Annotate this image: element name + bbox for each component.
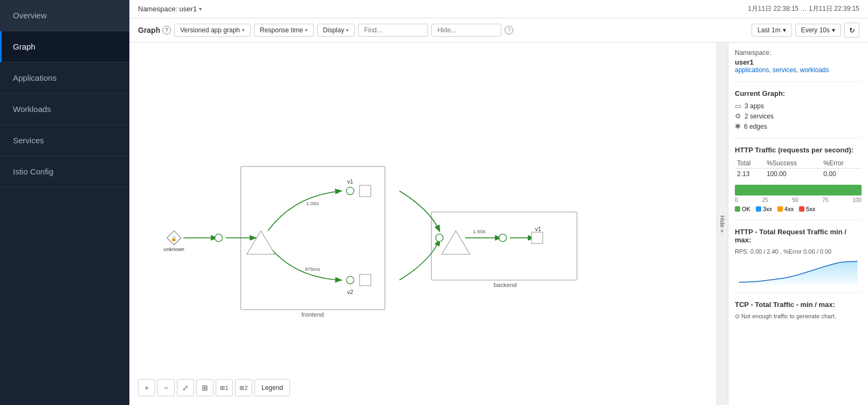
fit-icon: ⤢ bbox=[182, 383, 189, 392]
timestamp: 1月11日 22:38:15 … 1月11日 22:39:15 bbox=[748, 4, 859, 13]
svg-text:frontend: frontend bbox=[301, 311, 324, 318]
apps-count-item: ▭ 3 apps bbox=[735, 102, 862, 110]
legend-3xx: 3xx bbox=[756, 206, 772, 212]
graph-section-title: Graph ? bbox=[138, 26, 171, 34]
http-total-section: HTTP - Total Request Traffic min / max: … bbox=[735, 228, 862, 293]
time-range-dropdown[interactable]: Last 1m ▾ bbox=[752, 24, 792, 37]
refresh-button[interactable]: ↻ bbox=[844, 23, 859, 38]
graph-type-dropdown[interactable]: Versioned app graph ▾ bbox=[174, 24, 251, 37]
graph-type-chevron-icon: ▾ bbox=[242, 27, 245, 33]
refresh-rate-chevron-icon: ▾ bbox=[832, 26, 835, 34]
legend-ok-color bbox=[735, 206, 740, 212]
display-chevron-icon: ▾ bbox=[346, 27, 349, 33]
apps-count: 3 apps bbox=[745, 102, 764, 110]
svg-rect-25 bbox=[532, 232, 543, 243]
namespace-section-label: Namespace: bbox=[735, 49, 862, 57]
svg-text:v2: v2 bbox=[347, 289, 353, 295]
edges-count: 6 edges bbox=[744, 123, 767, 130]
services-icon: ⚙ bbox=[735, 112, 741, 120]
services-count-item: ⚙ 2 services bbox=[735, 112, 862, 120]
find-input[interactable] bbox=[358, 24, 428, 37]
http-traffic-title: HTTP Traffic (requests per second): bbox=[735, 146, 862, 154]
zoom-in-button[interactable]: + bbox=[138, 379, 155, 396]
sidebar-overview-label: Overview bbox=[13, 11, 47, 20]
toolbar: Graph ? Versioned app graph ▾ Response t… bbox=[129, 18, 868, 43]
services-count: 2 services bbox=[745, 113, 774, 120]
tcp-section: TCP - Total Traffic - min / max: ⊙ Not e… bbox=[735, 301, 862, 327]
refresh-rate-dropdown[interactable]: Every 10s ▾ bbox=[795, 24, 841, 37]
legend-3xx-color bbox=[756, 206, 761, 212]
sidebar-item-workloads[interactable]: Workloads bbox=[0, 94, 129, 125]
display-dropdown[interactable]: Display ▾ bbox=[317, 24, 355, 37]
namespace-button-1[interactable]: ⊞1 bbox=[216, 379, 233, 396]
legend-4xx-color bbox=[777, 206, 783, 212]
graph-area: frontend backend bbox=[129, 43, 868, 405]
side-panel: Namespace: user1 applications, services,… bbox=[728, 43, 868, 405]
tcp-title: TCP - Total Traffic - min / max: bbox=[735, 301, 862, 309]
namespace-section: Namespace: user1 applications, services,… bbox=[735, 49, 862, 82]
svg-text:v1: v1 bbox=[535, 226, 541, 232]
bar-axis: 0 25 50 75 100 bbox=[735, 197, 862, 203]
sidebar-graph-label: Graph bbox=[13, 42, 36, 51]
edge-label-chevron-icon: ▾ bbox=[305, 27, 308, 33]
graph-svg: frontend backend bbox=[129, 43, 717, 405]
fit-button[interactable]: ⤢ bbox=[177, 379, 194, 396]
namespace-2-icon: ⊞2 bbox=[239, 385, 247, 392]
toolbar-right: Last 1m ▾ Every 10s ▾ ↻ bbox=[752, 23, 859, 38]
sidebar-item-graph[interactable]: Graph bbox=[0, 31, 129, 62]
sidebar-item-istio-config[interactable]: Istio Config bbox=[0, 156, 129, 187]
current-graph-section: Current Graph: ▭ 3 apps ⚙ 2 services ✱ 6… bbox=[735, 89, 862, 138]
graph-help-icon[interactable]: ? bbox=[162, 26, 171, 34]
tcp-value: ⊙ Not enough traffic to generate chart. bbox=[735, 313, 862, 320]
svg-point-21 bbox=[436, 234, 443, 242]
legend-ok: OK bbox=[735, 206, 750, 212]
sidebar-applications-label: Applications bbox=[13, 73, 57, 82]
sidebar-item-services[interactable]: Services bbox=[0, 125, 129, 156]
svg-marker-22 bbox=[442, 231, 470, 255]
http-bar-chart: 0 25 50 75 100 OK bbox=[735, 185, 862, 212]
svg-text:unknown: unknown bbox=[164, 246, 184, 252]
http-col-total: Total bbox=[735, 158, 764, 169]
legend-button[interactable]: Legend bbox=[254, 379, 290, 396]
zoom-out-button[interactable]: − bbox=[157, 379, 175, 396]
svg-rect-18 bbox=[360, 275, 371, 286]
side-panel-inner: Namespace: user1 applications, services,… bbox=[728, 43, 868, 405]
bottom-toolbar: + − ⤢ ⊞ ⊞1 ⊞2 Legend bbox=[138, 379, 290, 396]
layout-icon: ⊞ bbox=[202, 383, 208, 392]
filter-help-icon[interactable]: ? bbox=[505, 26, 513, 34]
graph-title-text: Graph bbox=[138, 26, 160, 34]
time-range-chevron-icon: ▾ bbox=[783, 26, 786, 34]
sidebar-item-overview[interactable]: Overview bbox=[0, 0, 129, 31]
edge-label-dropdown[interactable]: Response time ▾ bbox=[254, 24, 314, 37]
toolbar-left: Graph ? Versioned app graph ▾ Response t… bbox=[138, 24, 747, 37]
bar-legend: OK 3xx 4xx bbox=[735, 206, 862, 212]
svg-text:v1: v1 bbox=[347, 179, 353, 185]
apps-icon: ▭ bbox=[735, 102, 741, 110]
edges-count-item: ✱ 6 edges bbox=[735, 122, 862, 130]
http-success-val: 100.00 bbox=[764, 169, 821, 180]
hide-panel-button[interactable]: Hide » bbox=[717, 43, 728, 405]
sidebar: Overview Graph Applications Workloads Se… bbox=[0, 0, 129, 405]
namespace-selector[interactable]: Namespace: user1 ▾ bbox=[138, 5, 202, 13]
http-row: 2.13 100.00 0.00 bbox=[735, 169, 862, 180]
legend-5xx: 5xx bbox=[799, 206, 815, 212]
layout-button[interactable]: ⊞ bbox=[196, 379, 213, 396]
svg-text:🔒: 🔒 bbox=[171, 235, 177, 242]
namespace-links[interactable]: applications, services, workloads bbox=[735, 66, 862, 74]
svg-text:975ms: 975ms bbox=[305, 266, 320, 272]
sidebar-services-label: Services bbox=[13, 136, 44, 145]
sidebar-item-applications[interactable]: Applications bbox=[0, 62, 129, 94]
legend-5xx-color bbox=[799, 206, 804, 212]
svg-text:1.60s: 1.60s bbox=[473, 228, 486, 234]
current-graph-title: Current Graph: bbox=[735, 89, 862, 97]
graph-canvas[interactable]: frontend backend bbox=[129, 43, 717, 405]
bar-fill-ok bbox=[735, 185, 862, 195]
http-traffic-section: HTTP Traffic (requests per second): Tota… bbox=[735, 146, 862, 220]
svg-point-16 bbox=[346, 276, 354, 284]
main-content: Namespace: user1 ▾ 1月11日 22:38:15 … 1月11… bbox=[129, 0, 868, 405]
svg-point-23 bbox=[499, 234, 507, 242]
mini-chart-svg bbox=[735, 258, 862, 285]
namespace-button-2[interactable]: ⊞2 bbox=[235, 379, 252, 396]
sidebar-workloads-label: Workloads bbox=[13, 104, 51, 114]
hide-input[interactable] bbox=[431, 24, 501, 37]
